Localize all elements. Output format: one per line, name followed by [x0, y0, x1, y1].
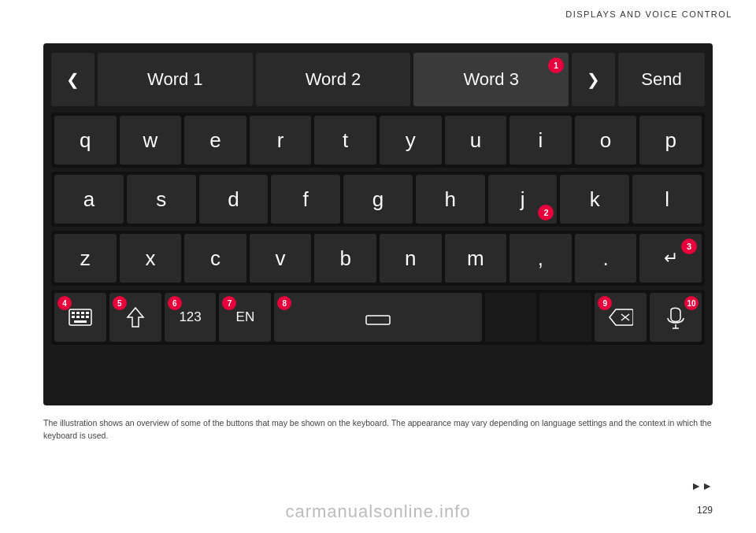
keyboard-panel: ❮ Word 1 Word 2 Word 3 1 ❯ Send q w e r … — [43, 43, 713, 405]
key-a[interactable]: a — [54, 175, 124, 224]
lang-badge: 7 — [222, 296, 236, 310]
svg-rect-1 — [72, 312, 75, 314]
special-badge: 10 — [684, 296, 699, 310]
key-n[interactable]: n — [380, 234, 442, 283]
key-numpad[interactable]: 6 123 — [165, 293, 217, 342]
key-k[interactable]: k — [560, 175, 629, 224]
key-r[interactable]: r — [250, 116, 312, 165]
word3-button[interactable]: Word 3 1 — [413, 53, 569, 106]
key-y[interactable]: y — [380, 116, 442, 165]
next-word-button[interactable]: ❯ — [572, 53, 615, 106]
shift-badge: 5 — [113, 296, 127, 310]
key-e[interactable]: e — [184, 116, 246, 165]
watermark: carmanualsonline.info — [0, 502, 756, 522]
key-enter[interactable]: ↵ 3 — [639, 234, 702, 283]
key-t[interactable]: t — [314, 116, 376, 165]
key-comma[interactable]: , — [510, 234, 572, 283]
svg-rect-7 — [81, 316, 84, 318]
word2-label: Word 2 — [306, 69, 361, 90]
word3-label: Word 3 — [463, 69, 519, 90]
svg-rect-5 — [72, 316, 75, 318]
keyboard-row-3: z x c v b n m , . ↵ 3 — [51, 231, 705, 286]
shift-icon — [126, 306, 145, 328]
key-delete[interactable]: 9 — [595, 293, 647, 342]
word2-button[interactable]: Word 2 — [256, 53, 411, 106]
enter-icon: ↵ — [664, 248, 678, 268]
keyboard-badge: 4 — [57, 296, 72, 310]
special-icon — [665, 305, 687, 329]
key-empty[interactable] — [485, 293, 537, 342]
svg-rect-4 — [86, 312, 89, 314]
svg-rect-3 — [81, 312, 84, 314]
svg-rect-2 — [76, 312, 80, 314]
key-j-badge: 2 — [538, 205, 554, 220]
forward-arrows: ►► — [691, 479, 713, 492]
key-q[interactable]: q — [54, 116, 117, 165]
send-label: Send — [641, 69, 681, 89]
key-u[interactable]: u — [445, 116, 507, 165]
key-keyboard[interactable]: 4 — [54, 293, 106, 342]
key-special[interactable]: 10 — [650, 293, 702, 342]
key-g[interactable]: g — [343, 175, 413, 224]
keyboard-bottom-row: 4 5 6 123 — [51, 290, 705, 345]
send-button[interactable]: Send — [618, 53, 705, 106]
key-c[interactable]: c — [184, 234, 246, 283]
caption-text: The illustration shows an overview of so… — [43, 417, 713, 442]
keyboard-row-2: a s d f g h j 2 k l — [51, 172, 705, 227]
key-h[interactable]: h — [416, 175, 485, 224]
key-v[interactable]: v — [250, 234, 312, 283]
chevron-right-icon: ❯ — [587, 70, 600, 89]
key-j[interactable]: j 2 — [488, 175, 558, 224]
svg-rect-11 — [366, 316, 390, 324]
word1-button[interactable]: Word 1 — [98, 53, 253, 106]
key-x[interactable]: x — [120, 234, 182, 283]
prev-word-button[interactable]: ❮ — [51, 53, 94, 106]
numpad-label: 123 — [179, 309, 201, 325]
lang-label: EN — [236, 309, 255, 325]
key-d[interactable]: d — [199, 175, 269, 224]
svg-rect-9 — [74, 320, 87, 323]
keyboard-icon — [69, 309, 92, 326]
delete-icon — [608, 308, 633, 327]
space-badge: 8 — [277, 296, 291, 310]
key-space[interactable]: 8 — [274, 293, 481, 342]
word-suggestion-bar: ❮ Word 1 Word 2 Word 3 1 ❯ Send — [51, 53, 705, 106]
key-period[interactable]: . — [575, 234, 637, 283]
word3-badge: 1 — [548, 57, 564, 73]
key-m[interactable]: m — [445, 234, 507, 283]
page-header-title: DISPLAYS AND VOICE CONTROL — [565, 9, 732, 19]
keyboard-row-1: q w e r t y u i o p — [51, 113, 705, 168]
chevron-left-icon: ❮ — [66, 70, 80, 89]
key-z[interactable]: z — [54, 234, 117, 283]
key-i[interactable]: i — [510, 116, 572, 165]
key-b[interactable]: b — [314, 234, 376, 283]
numpad-badge: 6 — [168, 296, 182, 310]
svg-rect-6 — [76, 316, 80, 318]
key-s[interactable]: s — [127, 175, 196, 224]
key-lang[interactable]: 7 EN — [219, 293, 271, 342]
key-p[interactable]: p — [639, 116, 702, 165]
space-icon — [365, 309, 391, 325]
svg-marker-10 — [128, 308, 143, 327]
key-f[interactable]: f — [271, 175, 340, 224]
svg-rect-8 — [86, 316, 89, 318]
key-o[interactable]: o — [575, 116, 637, 165]
key-enter-badge: 3 — [681, 239, 697, 254]
key-shift[interactable]: 5 — [109, 293, 161, 342]
word1-label: Word 1 — [147, 69, 203, 90]
key-l[interactable]: l — [632, 175, 702, 224]
key-empty2[interactable] — [539, 293, 591, 342]
key-w[interactable]: w — [120, 116, 182, 165]
